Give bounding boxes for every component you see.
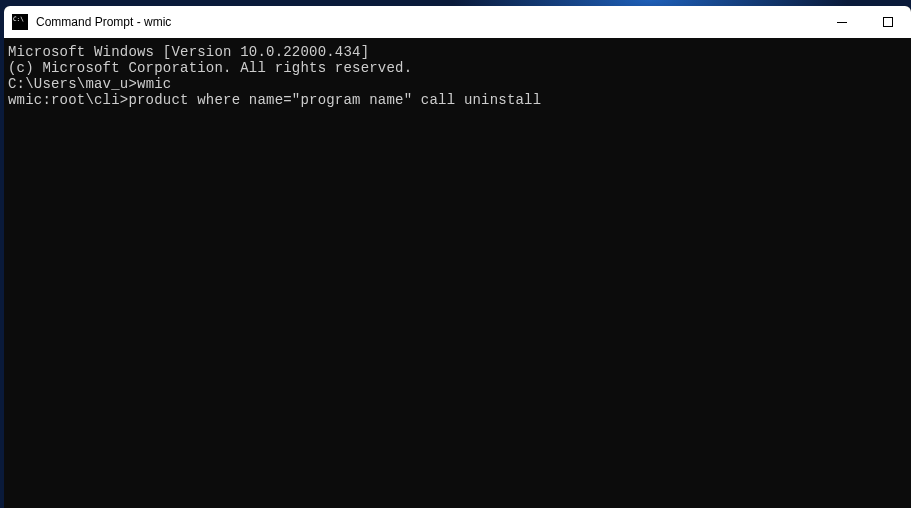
titlebar[interactable]: Command Prompt - wmic	[4, 6, 911, 38]
command-prompt-window: Command Prompt - wmic Microsoft Windows …	[4, 6, 911, 508]
prompt-prefix: wmic:root\cli>	[8, 92, 128, 108]
output-line: Microsoft Windows [Version 10.0.22000.43…	[8, 44, 907, 60]
terminal-output[interactable]: Microsoft Windows [Version 10.0.22000.43…	[4, 38, 911, 508]
window-title: Command Prompt - wmic	[36, 15, 171, 29]
prompt-line: wmic:root\cli>product where name="progra…	[8, 92, 907, 108]
output-line: (c) Microsoft Corporation. All rights re…	[8, 60, 907, 76]
prompt-prefix: C:\Users\mav_u>	[8, 76, 137, 92]
prompt-line: C:\Users\mav_u>wmic	[8, 76, 907, 92]
minimize-icon	[837, 22, 847, 23]
maximize-button[interactable]	[865, 6, 911, 38]
prompt-command: product where name="program name" call u…	[128, 92, 541, 108]
prompt-command: wmic	[137, 76, 171, 92]
titlebar-controls	[819, 6, 911, 38]
minimize-button[interactable]	[819, 6, 865, 38]
maximize-icon	[883, 17, 893, 27]
app-icon	[12, 14, 28, 30]
